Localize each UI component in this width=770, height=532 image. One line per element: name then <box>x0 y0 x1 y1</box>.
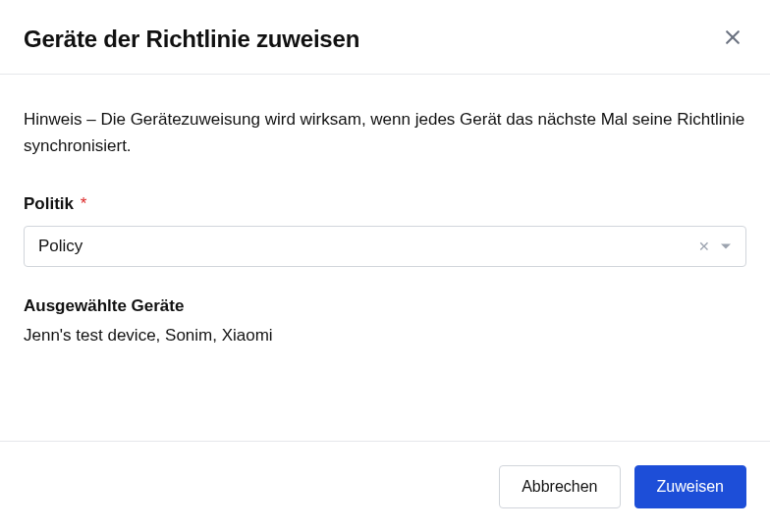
policy-select[interactable]: Policy ✕ <box>24 226 746 267</box>
assign-devices-modal: Geräte der Richtlinie zuweisen Hinweis –… <box>0 0 770 532</box>
modal-header: Geräte der Richtlinie zuweisen <box>0 0 770 75</box>
assign-button[interactable]: Zuweisen <box>634 465 746 508</box>
selected-devices-list: Jenn's test device, Sonim, Xiaomi <box>24 326 746 346</box>
hint-text: Hinweis – Die Gerätezuweisung wird wirks… <box>24 106 746 159</box>
modal-footer: Abbrechen Zuweisen <box>0 441 770 532</box>
modal-title: Geräte der Richtlinie zuweisen <box>24 26 359 53</box>
chevron-down-icon <box>720 240 732 252</box>
close-icon <box>723 27 742 50</box>
policy-label: Politik * <box>24 194 746 214</box>
policy-label-text: Politik <box>24 194 74 213</box>
close-button[interactable] <box>719 24 746 54</box>
selected-devices-label: Ausgewählte Geräte <box>24 296 746 316</box>
clear-icon[interactable]: ✕ <box>698 239 710 254</box>
required-indicator: * <box>81 194 87 213</box>
policy-select-value: Policy <box>38 237 698 256</box>
cancel-button[interactable]: Abbrechen <box>499 465 620 508</box>
modal-body: Hinweis – Die Gerätezuweisung wird wirks… <box>0 75 770 441</box>
